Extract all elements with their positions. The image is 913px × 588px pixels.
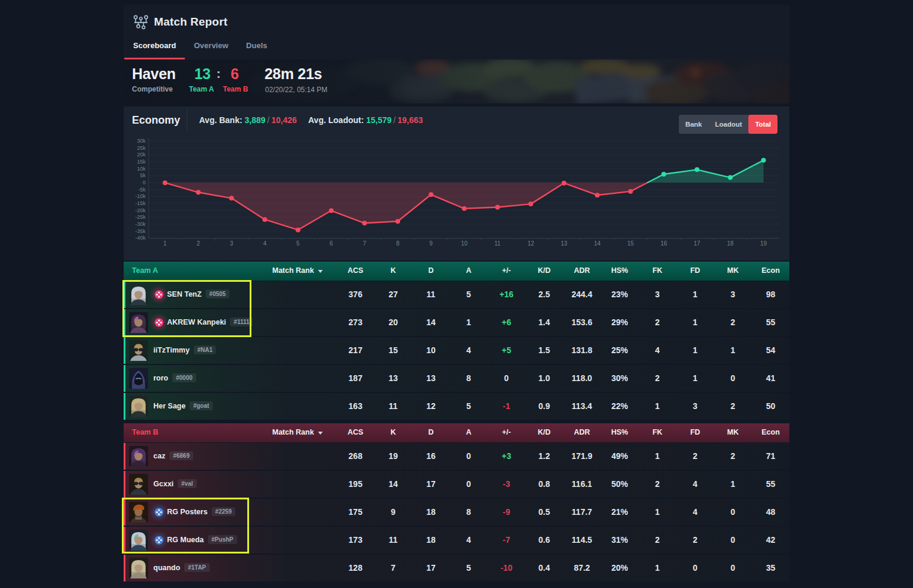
chart-x-axis-labels: 12345678910111213141516171819: [163, 240, 767, 247]
stat-d: 13: [412, 373, 450, 383]
player-row[interactable]: caz#686926819160+31.2171.949%12271: [124, 443, 789, 470]
stat-fk: 1: [638, 507, 676, 517]
chart-y-axis-labels: 30k25k20k15k10k5k0-5k-10k-15k-20k-25k-30…: [135, 138, 146, 241]
team-b-label: Team B: [223, 85, 248, 93]
stat-mk: 3: [714, 290, 752, 299]
player-tag: #val: [178, 479, 196, 488]
stat-fd: 2: [676, 451, 714, 461]
stat-d: 18: [412, 507, 450, 517]
tab-bar: Scoreboard Overview Duels: [124, 36, 276, 59]
stat-k: 20: [374, 317, 413, 327]
match-rank-sort[interactable]: Match Rank: [272, 428, 323, 436]
tab-overview[interactable]: Overview: [185, 36, 237, 59]
score-separator: :: [216, 66, 221, 81]
stat-fk: 1: [638, 451, 676, 461]
stat-adr: 113.4: [563, 401, 601, 411]
stat-fd: 3: [676, 401, 714, 411]
stat-fd: 1: [676, 373, 714, 383]
stat-d: 18: [412, 535, 450, 545]
player-name[interactable]: Gcxxi#val: [153, 480, 197, 489]
player-name[interactable]: quando#1TAP: [153, 564, 210, 573]
stat-a: 5: [450, 563, 488, 573]
stat-acs: 273: [336, 317, 374, 327]
match-rank-sort[interactable]: Match Rank: [272, 266, 323, 275]
stat-fk: 3: [638, 290, 676, 299]
player-name[interactable]: caz#6869: [153, 452, 193, 461]
player-row[interactable]: Gcxxi#val19514170-30.8116.150%24155: [124, 471, 789, 498]
svg-text:12: 12: [527, 240, 534, 247]
stat-kd: 1.5: [525, 345, 563, 355]
svg-text:10k: 10k: [137, 166, 146, 172]
stat-adr: 118.0: [563, 373, 601, 383]
stat-mk: 1: [714, 479, 752, 489]
tab-scoreboard[interactable]: Scoreboard: [124, 36, 185, 59]
player-name[interactable]: Her Sage#goat: [153, 402, 213, 411]
stat-hs: 30%: [601, 373, 639, 383]
column-header-acs: ACS: [336, 266, 374, 275]
svg-text:25k: 25k: [137, 145, 146, 151]
column-header-k: K: [374, 428, 413, 436]
stat-a: 5: [450, 401, 488, 411]
agent-avatar: [129, 558, 148, 578]
svg-text:6: 6: [330, 240, 333, 247]
match-report-page: Match Report Scoreboard Overview Duels: [0, 0, 913, 588]
player-row[interactable]: roro#00001871313801.0118.030%21041: [124, 365, 789, 392]
column-header-a: A: [450, 266, 488, 275]
player-row[interactable]: Her Sage#goat16311125-10.9113.422%13250: [124, 393, 789, 420]
stat-hs: 29%: [601, 317, 639, 327]
stat-econ: 55: [752, 479, 790, 489]
column-header-econ: Econ: [752, 266, 790, 275]
player-tag: #1TAP: [184, 563, 209, 572]
stat-k: 11: [374, 401, 413, 411]
stat-hs: 21%: [601, 507, 639, 517]
player-row[interactable]: quando#1TAP1287175-100.487.220%10035: [124, 555, 789, 581]
stat-hs: 50%: [601, 479, 639, 489]
highlight-box: [122, 498, 249, 554]
player-row[interactable]: iiTzTimmy#NA121715104+51.5131.825%41154: [124, 337, 789, 364]
column-header-adr: ADR: [563, 266, 601, 275]
stat-fd: 0: [676, 563, 714, 573]
team-a-score: 13: [194, 65, 210, 83]
column-header-mk: MK: [714, 428, 752, 436]
svg-text:5: 5: [297, 240, 300, 247]
stat-d: 12: [412, 401, 450, 411]
player-name[interactable]: roro#0000: [153, 374, 196, 383]
column-header-acs: ACS: [336, 428, 374, 436]
stat-k: 7: [374, 563, 413, 573]
svg-text:2: 2: [197, 240, 200, 247]
stat-k: 19: [374, 451, 413, 461]
svg-text:9: 9: [429, 240, 433, 247]
stat-fd: 2: [676, 535, 714, 545]
svg-text:3: 3: [230, 240, 234, 247]
svg-text:18: 18: [727, 240, 734, 247]
svg-text:-35k: -35k: [135, 228, 146, 234]
sort-arrow-icon: [318, 432, 323, 435]
stat-econ: 98: [752, 290, 790, 299]
svg-text:15k: 15k: [137, 159, 146, 165]
team-a-label: Team A: [189, 85, 214, 93]
stat-mk: 2: [714, 451, 752, 461]
column-header-fk: FK: [638, 428, 676, 436]
stat-fk: 2: [638, 317, 676, 327]
column-header-d: D: [412, 266, 450, 275]
stat-k: 11: [374, 535, 413, 545]
highlight-box: [122, 280, 251, 337]
tab-duels[interactable]: Duels: [237, 36, 276, 59]
stat-kd: 1.4: [525, 317, 563, 327]
stat-econ: 71: [752, 451, 790, 461]
column-header-econ: Econ: [752, 428, 790, 436]
stat-fk: 4: [638, 345, 676, 355]
stat-mk: 0: [714, 373, 752, 383]
stat-kd: 0.8: [525, 479, 563, 489]
stat-kd: 1.2: [525, 451, 563, 461]
stat-fk: 1: [638, 401, 676, 411]
stat-kd: 0.5: [525, 507, 563, 517]
stat-hs: 22%: [601, 401, 639, 411]
stat-k: 14: [374, 479, 413, 489]
match-banner: Haven Competitive 13 : 6 Team A Team B 2…: [124, 59, 789, 103]
match-duration: 28m 21s: [265, 65, 322, 83]
player-tag: #0000: [172, 373, 196, 382]
stat-adr: 171.9: [563, 451, 601, 461]
agent-avatar: [129, 474, 148, 495]
player-name[interactable]: iiTzTimmy#NA1: [153, 346, 216, 355]
